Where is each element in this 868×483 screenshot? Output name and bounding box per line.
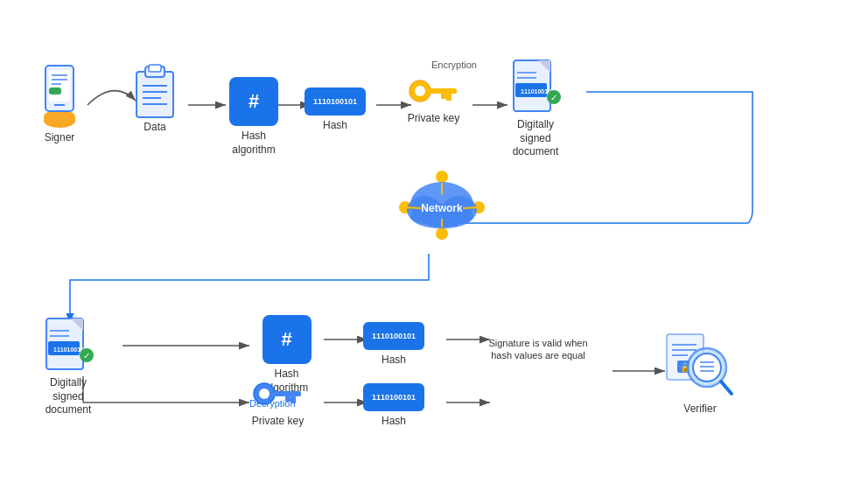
validity-label: Signature is valid when hash values are … [486,337,591,362]
private-key-top-label: Private key [405,112,462,126]
signed-doc-bottom-label: Digitally signeddocument [33,376,103,417]
svg-rect-20 [49,88,61,94]
hash2-box: 1110100101 [363,383,424,411]
svg-point-72 [693,354,721,382]
svg-rect-62 [273,391,301,396]
verifier-label: Verifier [676,402,724,416]
svg-rect-32 [429,88,457,94]
svg-point-31 [415,86,425,96]
svg-rect-23 [136,72,173,117]
svg-rect-63 [290,396,296,403]
signed-doc-bottom-icon: 1110100101 ✓ Digitally signeddocument [33,315,103,417]
hash2-icon: 1110100101 Hash [363,383,424,429]
diagram: Signer Data # Hash algorithm 1110100101 … [0,0,868,483]
hash-algo-bottom-box: # [262,315,312,364]
hash2-label: Hash [376,415,411,429]
hash-algo-top-box: # [229,77,278,126]
svg-line-76 [721,382,732,394]
svg-rect-64 [285,396,290,402]
hash-top-box: 1110100101 [304,88,366,116]
hash-algo-top-icon: # Hash algorithm [223,77,284,157]
hash1-icon: 1110100101 Hash [363,322,424,368]
svg-rect-34 [441,94,446,99]
network-cloud: Network [389,168,494,250]
svg-point-61 [259,388,270,399]
signed-doc-top-icon: 1110100101 ✓ Digitally signeddocument [500,57,570,159]
svg-rect-25 [149,65,161,72]
signer-icon: Signer [33,61,86,145]
svg-rect-22 [44,112,75,124]
hash-algo-top-label: Hash algorithm [223,130,284,157]
svg-rect-33 [446,94,452,101]
svg-line-51 [463,207,479,208]
private-key-bottom-label: Private key [249,415,306,429]
svg-line-49 [405,207,421,208]
encryption-label: Encryption [431,60,477,70]
private-key-bottom-icon: Private key [249,378,306,429]
svg-point-42 [436,171,448,183]
svg-point-44 [436,228,448,240]
hash1-box: 1110100101 [363,322,424,350]
hash1-label: Hash [376,354,411,368]
verifier-icon: 🔒 Verifier [665,331,735,416]
signer-label: Signer [33,131,86,145]
check-badge-top: ✓ [547,90,561,104]
data-icon: Data [131,63,178,135]
private-key-top-icon: Private key [405,75,462,126]
hash-top-label: Hash [313,119,357,133]
check-badge-bottom: ✓ [80,348,94,362]
svg-text:Network: Network [421,202,463,214]
data-label: Data [133,121,177,135]
hash-top-icon: 1110100101 Hash [304,88,366,133]
signed-doc-top-label: Digitally signeddocument [500,118,570,159]
